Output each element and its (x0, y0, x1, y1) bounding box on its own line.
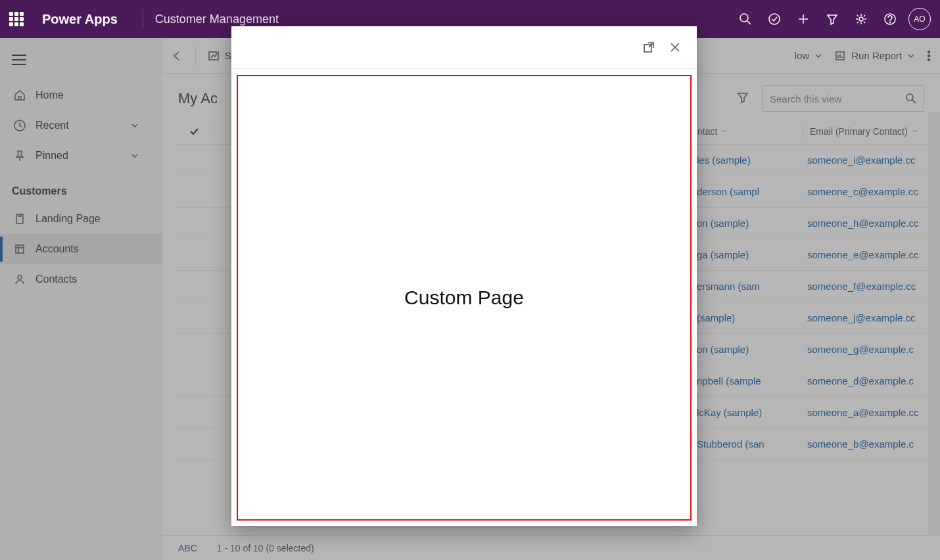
svg-point-0 (740, 14, 748, 22)
svg-point-18 (906, 94, 913, 101)
cell-primary-contact[interactable]: (sample) (692, 312, 803, 323)
record-count: 1 - 10 of 10 (0 selected) (217, 543, 314, 553)
search-icon[interactable] (731, 5, 760, 34)
svg-point-12 (18, 275, 22, 279)
cell-email[interactable]: someone_g@example.c (803, 344, 928, 355)
chevron-down-icon (130, 151, 139, 160)
scrollbar[interactable] (928, 112, 940, 535)
chevron-down-icon (912, 128, 918, 135)
cell-primary-contact[interactable]: lcKay (sample) (692, 407, 803, 418)
chevron-down-icon (814, 52, 822, 60)
cell-primary-contact[interactable]: les (sample) (692, 154, 803, 166)
run-report-button[interactable]: Run Report (834, 50, 915, 62)
cell-primary-contact[interactable]: ga (sample) (692, 249, 803, 260)
view-title: My Ac (178, 90, 218, 107)
task-icon[interactable] (760, 5, 789, 34)
cell-email[interactable]: someone_b@example.c (803, 438, 928, 450)
svg-point-17 (928, 58, 930, 60)
svg-line-1 (747, 21, 751, 24)
flow-button[interactable]: low (795, 50, 823, 61)
cell-email[interactable]: someone_a@example.cc (803, 407, 928, 418)
cell-primary-contact[interactable]: Stubberod (san (692, 438, 803, 450)
svg-rect-11 (16, 245, 24, 253)
user-avatar[interactable]: AO (908, 8, 931, 30)
chevron-down-icon (721, 128, 728, 135)
header-separator (143, 9, 143, 29)
nav-contacts[interactable]: Contacts (0, 264, 162, 294)
edit-filters-button[interactable] (736, 91, 749, 106)
svg-point-15 (928, 51, 930, 53)
flow-label: low (795, 50, 810, 61)
cell-email[interactable]: someone_d@example.c (803, 375, 928, 386)
nav-pinned[interactable]: Pinned (0, 141, 162, 171)
svg-point-2 (769, 14, 780, 24)
brand-label: Power Apps (42, 12, 118, 27)
cell-primary-contact[interactable]: on (sample) (692, 344, 803, 355)
chevron-down-icon (907, 52, 915, 60)
svg-point-5 (859, 17, 863, 21)
nav-group-customers: Customers (0, 171, 162, 204)
popout-icon[interactable] (643, 41, 655, 53)
add-icon[interactable] (789, 5, 818, 34)
cell-primary-contact[interactable]: ersmann (sam (692, 281, 803, 292)
app-name-label: Customer Management (155, 12, 279, 26)
cell-email[interactable]: someone_f@example.cc (803, 281, 928, 292)
show-chart-button[interactable]: S (208, 50, 231, 62)
cell-email[interactable]: someone_c@example.cc (803, 186, 928, 197)
filter-icon[interactable] (818, 5, 847, 34)
sidebar: Home Recent Pinned Customers Landing Pag… (0, 38, 162, 560)
nav-home[interactable]: Home (0, 80, 162, 110)
run-report-label: Run Report (851, 50, 902, 61)
select-all-checkbox[interactable] (174, 126, 214, 137)
cell-primary-contact[interactable]: npbell (sample (692, 375, 803, 386)
cell-email[interactable]: someone_e@example.cc (803, 249, 928, 260)
status-bar: ABC 1 - 10 of 10 (0 selected) (162, 535, 940, 560)
nav-landing-page[interactable]: Landing Page (0, 204, 162, 234)
svg-point-7 (890, 22, 891, 23)
column-header-contact[interactable]: ntact (691, 126, 803, 137)
chevron-down-icon (130, 121, 139, 130)
modal-header (231, 26, 697, 69)
svg-line-19 (912, 100, 916, 103)
back-button[interactable] (172, 50, 183, 62)
cell-email[interactable]: someone_h@example.cc (803, 218, 928, 229)
nav-accounts[interactable]: Accounts (0, 234, 162, 264)
svg-rect-10 (16, 214, 23, 223)
close-icon[interactable] (669, 41, 681, 53)
custom-page-title: Custom Page (404, 287, 524, 309)
show-chart-label: S (225, 50, 231, 61)
modal-dialog: Custom Page (231, 26, 697, 526)
modal-body: Custom Page (237, 75, 692, 521)
cell-primary-contact[interactable]: derson (sampl (692, 186, 803, 197)
abc-jump[interactable]: ABC (178, 543, 197, 553)
nav-pinned-label: Pinned (35, 150, 68, 162)
help-icon[interactable] (876, 5, 905, 34)
nav-landing-label: Landing Page (35, 213, 101, 225)
cell-primary-contact[interactable]: on (sample) (692, 218, 803, 229)
more-commands-button[interactable] (927, 50, 931, 62)
gear-icon[interactable] (847, 5, 876, 34)
hamburger-icon[interactable] (0, 47, 162, 80)
nav-recent[interactable]: Recent (0, 110, 162, 141)
search-input[interactable]: Search this view (763, 85, 924, 112)
search-icon (905, 93, 917, 105)
cell-email[interactable]: someone_j@example.cc (803, 312, 928, 323)
search-placeholder: Search this view (770, 93, 841, 105)
waffle-icon[interactable] (9, 12, 26, 26)
nav-accounts-label: Accounts (35, 243, 79, 255)
cell-email[interactable]: someone_i@example.cc (803, 154, 928, 166)
column-header-email[interactable]: Email (Primary Contact) (803, 126, 928, 137)
nav-home-label: Home (35, 89, 64, 101)
nav-recent-label: Recent (35, 120, 69, 131)
svg-point-16 (928, 55, 930, 57)
nav-contacts-label: Contacts (35, 273, 77, 285)
